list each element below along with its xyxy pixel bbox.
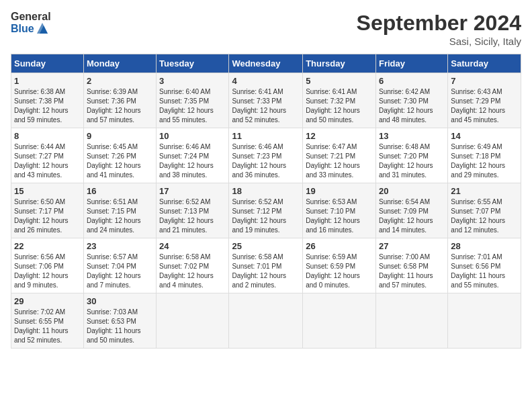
day-number: 3 <box>159 76 226 86</box>
day-detail: Sunrise: 6:48 AMSunset: 7:20 PMDaylight:… <box>379 143 433 179</box>
day-number: 20 <box>379 186 445 196</box>
day-number: 12 <box>306 131 373 141</box>
day-detail: Sunrise: 6:43 AMSunset: 7:29 PMDaylight:… <box>451 88 505 124</box>
calendar-cell: 10 Sunrise: 6:46 AMSunset: 7:24 PMDaylig… <box>157 128 229 183</box>
day-detail: Sunrise: 7:01 AMSunset: 6:56 PMDaylight:… <box>451 253 505 289</box>
calendar-cell <box>157 293 229 349</box>
calendar-cell: 28 Sunrise: 7:01 AMSunset: 6:56 PMDaylig… <box>448 238 521 293</box>
day-number: 19 <box>306 186 373 196</box>
day-detail: Sunrise: 6:41 AMSunset: 7:33 PMDaylight:… <box>232 88 286 124</box>
day-detail: Sunrise: 7:02 AMSunset: 6:55 PMDaylight:… <box>14 308 69 344</box>
calendar-week-row: 1 Sunrise: 6:38 AMSunset: 7:38 PMDayligh… <box>11 73 521 128</box>
day-detail: Sunrise: 6:58 AMSunset: 7:01 PMDaylight:… <box>232 253 286 289</box>
calendar-cell: 25 Sunrise: 6:58 AMSunset: 7:01 PMDaylig… <box>229 238 303 293</box>
day-number: 26 <box>306 241 373 251</box>
day-detail: Sunrise: 6:45 AMSunset: 7:26 PMDaylight:… <box>87 143 141 179</box>
calendar-cell <box>303 293 376 349</box>
calendar-cell: 27 Sunrise: 7:00 AMSunset: 6:58 PMDaylig… <box>375 238 447 293</box>
day-number: 1 <box>14 76 81 86</box>
calendar-cell: 29 Sunrise: 7:02 AMSunset: 6:55 PMDaylig… <box>11 293 84 349</box>
day-detail: Sunrise: 6:50 AMSunset: 7:17 PMDaylight:… <box>14 198 69 234</box>
day-detail: Sunrise: 6:56 AMSunset: 7:06 PMDaylight:… <box>14 253 69 289</box>
calendar-cell: 12 Sunrise: 6:47 AMSunset: 7:21 PMDaylig… <box>303 128 376 183</box>
day-detail: Sunrise: 6:46 AMSunset: 7:23 PMDaylight:… <box>232 143 286 179</box>
day-number: 16 <box>87 186 153 196</box>
col-thursday: Thursday <box>303 54 376 73</box>
day-number: 23 <box>87 241 153 251</box>
day-number: 24 <box>159 241 226 251</box>
logo: General Blue <box>11 11 51 34</box>
calendar-cell: 26 Sunrise: 6:59 AMSunset: 6:59 PMDaylig… <box>303 238 376 293</box>
day-detail: Sunrise: 6:52 AMSunset: 7:13 PMDaylight:… <box>159 198 214 234</box>
day-detail: Sunrise: 6:54 AMSunset: 7:09 PMDaylight:… <box>379 198 433 234</box>
calendar-cell: 7 Sunrise: 6:43 AMSunset: 7:29 PMDayligh… <box>448 73 521 128</box>
day-detail: Sunrise: 6:57 AMSunset: 7:04 PMDaylight:… <box>87 253 141 289</box>
calendar-cell: 3 Sunrise: 6:40 AMSunset: 7:35 PMDayligh… <box>157 73 229 128</box>
title-block: September 2024 Sasi, Sicily, Italy <box>357 11 521 47</box>
day-detail: Sunrise: 6:58 AMSunset: 7:02 PMDaylight:… <box>159 253 214 289</box>
col-sunday: Sunday <box>11 54 84 73</box>
calendar-cell: 9 Sunrise: 6:45 AMSunset: 7:26 PMDayligh… <box>83 128 156 183</box>
day-detail: Sunrise: 6:42 AMSunset: 7:30 PMDaylight:… <box>379 88 433 124</box>
calendar-cell: 22 Sunrise: 6:56 AMSunset: 7:06 PMDaylig… <box>11 238 84 293</box>
calendar-table: Sunday Monday Tuesday Wednesday Thursday… <box>11 54 521 349</box>
calendar-cell: 8 Sunrise: 6:44 AMSunset: 7:27 PMDayligh… <box>11 128 84 183</box>
day-number: 17 <box>159 186 226 196</box>
day-number: 11 <box>232 131 300 141</box>
calendar-cell: 1 Sunrise: 6:38 AMSunset: 7:38 PMDayligh… <box>11 73 84 128</box>
day-detail: Sunrise: 7:00 AMSunset: 6:58 PMDaylight:… <box>379 253 433 289</box>
day-detail: Sunrise: 6:38 AMSunset: 7:38 PMDaylight:… <box>14 88 69 124</box>
day-detail: Sunrise: 6:52 AMSunset: 7:12 PMDaylight:… <box>232 198 286 234</box>
calendar-cell: 21 Sunrise: 6:55 AMSunset: 7:07 PMDaylig… <box>448 183 521 238</box>
day-detail: Sunrise: 6:39 AMSunset: 7:36 PMDaylight:… <box>87 88 141 124</box>
calendar-cell <box>229 293 303 349</box>
calendar-cell: 15 Sunrise: 6:50 AMSunset: 7:17 PMDaylig… <box>11 183 84 238</box>
calendar-cell: 17 Sunrise: 6:52 AMSunset: 7:13 PMDaylig… <box>157 183 229 238</box>
col-monday: Monday <box>83 54 156 73</box>
location-subtitle: Sasi, Sicily, Italy <box>357 36 521 47</box>
calendar-cell: 5 Sunrise: 6:41 AMSunset: 7:32 PMDayligh… <box>303 73 376 128</box>
calendar-cell: 13 Sunrise: 6:48 AMSunset: 7:20 PMDaylig… <box>375 128 447 183</box>
day-number: 6 <box>379 76 445 86</box>
logo-text: General Blue <box>11 11 51 34</box>
day-detail: Sunrise: 6:47 AMSunset: 7:21 PMDaylight:… <box>306 143 360 179</box>
day-number: 29 <box>14 296 81 306</box>
day-number: 8 <box>14 131 81 141</box>
day-number: 7 <box>451 76 518 86</box>
calendar-cell <box>448 293 521 349</box>
day-number: 13 <box>379 131 445 141</box>
day-detail: Sunrise: 6:46 AMSunset: 7:24 PMDaylight:… <box>159 143 214 179</box>
calendar-week-row: 15 Sunrise: 6:50 AMSunset: 7:17 PMDaylig… <box>11 183 521 238</box>
calendar-week-row: 22 Sunrise: 6:56 AMSunset: 7:06 PMDaylig… <box>11 238 521 293</box>
calendar-cell: 30 Sunrise: 7:03 AMSunset: 6:53 PMDaylig… <box>83 293 156 349</box>
day-detail: Sunrise: 6:40 AMSunset: 7:35 PMDaylight:… <box>159 88 214 124</box>
day-number: 21 <box>451 186 518 196</box>
day-number: 10 <box>159 131 226 141</box>
day-number: 25 <box>232 241 300 251</box>
day-detail: Sunrise: 6:44 AMSunset: 7:27 PMDaylight:… <box>14 143 69 179</box>
calendar-cell: 24 Sunrise: 6:58 AMSunset: 7:02 PMDaylig… <box>157 238 229 293</box>
day-number: 18 <box>232 186 300 196</box>
calendar-cell: 19 Sunrise: 6:53 AMSunset: 7:10 PMDaylig… <box>303 183 376 238</box>
day-number: 22 <box>14 241 81 251</box>
calendar-cell <box>375 293 447 349</box>
day-number: 4 <box>232 76 300 86</box>
calendar-cell: 20 Sunrise: 6:54 AMSunset: 7:09 PMDaylig… <box>375 183 447 238</box>
day-detail: Sunrise: 6:53 AMSunset: 7:10 PMDaylight:… <box>306 198 360 234</box>
col-tuesday: Tuesday <box>157 54 229 73</box>
header-row: Sunday Monday Tuesday Wednesday Thursday… <box>11 54 521 73</box>
month-year-title: September 2024 <box>357 11 521 36</box>
day-detail: Sunrise: 6:55 AMSunset: 7:07 PMDaylight:… <box>451 198 505 234</box>
calendar-cell: 16 Sunrise: 6:51 AMSunset: 7:15 PMDaylig… <box>83 183 156 238</box>
day-number: 14 <box>451 131 518 141</box>
calendar-cell: 2 Sunrise: 6:39 AMSunset: 7:36 PMDayligh… <box>83 73 156 128</box>
col-wednesday: Wednesday <box>229 54 303 73</box>
day-number: 30 <box>87 296 153 306</box>
day-number: 28 <box>451 241 518 251</box>
day-number: 27 <box>379 241 445 251</box>
calendar-week-row: 8 Sunrise: 6:44 AMSunset: 7:27 PMDayligh… <box>11 128 521 183</box>
col-friday: Friday <box>375 54 447 73</box>
day-detail: Sunrise: 6:51 AMSunset: 7:15 PMDaylight:… <box>87 198 141 234</box>
calendar-cell: 6 Sunrise: 6:42 AMSunset: 7:30 PMDayligh… <box>375 73 447 128</box>
day-detail: Sunrise: 6:41 AMSunset: 7:32 PMDaylight:… <box>306 88 360 124</box>
